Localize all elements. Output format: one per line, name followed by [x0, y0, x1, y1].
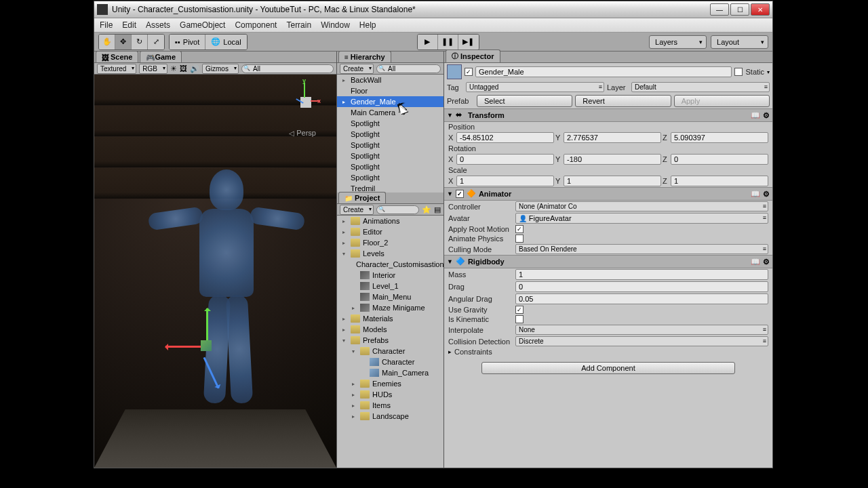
hierarchy-item[interactable]: ▸BackWall — [337, 75, 443, 85]
root-motion-checkbox[interactable]: ✓ — [515, 225, 524, 233]
rotate-tool[interactable]: ↻ — [132, 35, 148, 49]
scale-tool[interactable]: ⤢ — [148, 35, 164, 49]
gear-icon[interactable]: ⚙ — [763, 111, 770, 120]
scene-light-toggle[interactable]: ☀ — [170, 64, 177, 73]
tab-project[interactable]: 📁 Project — [338, 192, 386, 203]
active-checkbox[interactable]: ✓ — [465, 68, 473, 76]
shading-mode[interactable]: Textured — [97, 64, 136, 74]
transform-header[interactable]: ▼⬌ Transform 📖⚙ — [444, 108, 772, 122]
project-create[interactable]: Create — [340, 205, 374, 215]
hand-tool[interactable]: ✋ — [99, 35, 115, 49]
animator-header[interactable]: ▼✓🔶 Animator 📖⚙ — [444, 187, 772, 201]
maximize-button[interactable]: ☐ — [730, 3, 749, 16]
tab-scene[interactable]: 🖼Scene — [96, 51, 138, 62]
step-button[interactable]: ▶❚ — [458, 35, 479, 49]
angular-drag-field[interactable]: 0.05 — [515, 293, 768, 304]
hierarchy-item[interactable]: Spotlight — [337, 150, 443, 161]
prefab-apply-button[interactable]: Apply — [674, 95, 770, 107]
menu-assets[interactable]: Assets — [146, 20, 170, 30]
hierarchy-item[interactable]: Main Camera — [337, 107, 443, 118]
project-item[interactable]: ▸Floor_2 — [337, 237, 443, 248]
gear-icon[interactable]: ⚙ — [763, 258, 770, 266]
hierarchy-item[interactable]: Floor — [337, 85, 443, 96]
interpolate-dropdown[interactable]: None — [515, 325, 768, 335]
hierarchy-create[interactable]: Create — [340, 64, 374, 74]
prefab-select-button[interactable]: Select — [477, 95, 572, 107]
avatar-field[interactable]: 👤 FigureAvatar — [515, 213, 768, 224]
move-tool[interactable]: ✥ — [115, 35, 132, 49]
pivot-toggle[interactable]: ▪▪ Pivot — [170, 35, 205, 49]
drag-field[interactable]: 0 — [515, 281, 768, 292]
project-item[interactable]: Level_1 — [337, 281, 443, 291]
pos-z-field[interactable]: 5.090397 — [671, 132, 768, 143]
menu-component[interactable]: Component — [235, 20, 277, 30]
project-item[interactable]: Character_Customisastion — [337, 259, 443, 270]
menu-terrain[interactable]: Terrain — [286, 20, 311, 30]
static-dropdown-icon[interactable]: ▾ — [767, 69, 770, 75]
menu-window[interactable]: Window — [321, 20, 350, 30]
project-item[interactable]: ▾Character — [337, 346, 443, 357]
tab-inspector[interactable]: ⓘ Inspector — [446, 49, 500, 62]
play-button[interactable]: ▶ — [418, 35, 438, 49]
scale-y-field[interactable]: 1 — [564, 176, 661, 186]
rigidbody-header[interactable]: ▼🔷 Rigidbody 📖⚙ — [444, 255, 772, 268]
render-mode[interactable]: RGB — [139, 64, 167, 74]
space-toggle[interactable]: 🌐 Local — [205, 35, 246, 49]
hierarchy-item[interactable]: Spotlight — [337, 172, 443, 183]
object-name-field[interactable]: Gender_Male — [475, 66, 732, 77]
project-item[interactable]: ▸Landscape — [337, 411, 443, 422]
help-icon[interactable]: 📖 — [751, 111, 760, 120]
constraints-foldout[interactable]: Constraints — [454, 348, 519, 356]
culling-mode-dropdown[interactable]: Based On Rendere — [515, 244, 768, 254]
close-button[interactable]: ✕ — [751, 3, 770, 16]
rot-z-field[interactable]: 0 — [671, 154, 768, 165]
add-component-button[interactable]: Add Component — [481, 362, 735, 374]
project-item[interactable]: ▾Prefabs — [337, 335, 443, 346]
scale-x-field[interactable]: 1 — [456, 176, 554, 186]
pause-button[interactable]: ❚❚ — [438, 35, 458, 49]
rot-x-field[interactable]: 0 — [456, 154, 554, 165]
minimize-button[interactable]: — — [710, 3, 729, 16]
menu-edit[interactable]: Edit — [122, 20, 136, 30]
titlebar[interactable]: Unity - Character_Customisastion.unity -… — [94, 1, 772, 18]
hierarchy-search[interactable]: All — [376, 64, 441, 73]
help-icon[interactable]: 📖 — [751, 190, 760, 199]
project-item[interactable]: ▸Enemies — [337, 378, 443, 389]
gear-icon[interactable]: ⚙ — [763, 190, 770, 199]
project-search[interactable] — [376, 205, 419, 214]
menu-help[interactable]: Help — [359, 20, 376, 30]
project-item[interactable]: ▸HUDs — [337, 389, 443, 400]
scene-audio-toggle[interactable]: 🔊 — [190, 64, 199, 73]
animate-physics-checkbox[interactable] — [515, 235, 524, 243]
scale-z-field[interactable]: 1 — [671, 176, 768, 186]
hierarchy-item[interactable]: Spotlight — [337, 161, 443, 172]
menu-file[interactable]: File — [100, 20, 113, 30]
hierarchy-list[interactable]: ▸BackWallFloor▸Gender_MaleMain CameraSpo… — [337, 75, 443, 192]
hierarchy-item[interactable]: Spotlight — [337, 140, 443, 150]
tab-game[interactable]: 🎮Game — [140, 51, 182, 62]
mass-field[interactable]: 1 — [515, 269, 768, 280]
scene-img-toggle[interactable]: 🖼 — [180, 64, 187, 73]
animator-enabled[interactable]: ✓ — [456, 190, 464, 198]
hierarchy-item[interactable]: ▸Gender_Male — [337, 96, 443, 107]
project-item[interactable]: Main_Menu — [337, 291, 443, 302]
project-item[interactable]: ▸Editor — [337, 226, 443, 237]
static-checkbox[interactable] — [734, 68, 743, 76]
pos-y-field[interactable]: 2.776537 — [564, 132, 661, 143]
project-item[interactable]: ▸Animations — [337, 216, 443, 226]
scene-viewport[interactable]: y x ◁ Persp — [94, 75, 336, 468]
gizmos-dropdown[interactable]: Gizmos — [202, 64, 239, 74]
gravity-checkbox[interactable]: ✓ — [515, 306, 524, 314]
controller-field[interactable]: None (Animator Co — [515, 201, 768, 211]
project-item[interactable]: ▸Materials — [337, 313, 443, 324]
menu-gameobject[interactable]: GameObject — [180, 20, 225, 30]
project-item[interactable]: Main_Camera — [337, 367, 443, 378]
tag-dropdown[interactable]: Untagged — [466, 82, 604, 92]
project-filter-icon[interactable]: ⭐ — [422, 205, 431, 214]
kinematic-checkbox[interactable] — [515, 315, 524, 323]
hierarchy-item[interactable]: Spotlight — [337, 118, 443, 129]
project-item[interactable]: Interior — [337, 270, 443, 281]
project-item[interactable]: ▸Models — [337, 324, 443, 335]
project-item[interactable]: ▸Items — [337, 400, 443, 411]
project-save-icon[interactable]: ▤ — [434, 205, 441, 214]
